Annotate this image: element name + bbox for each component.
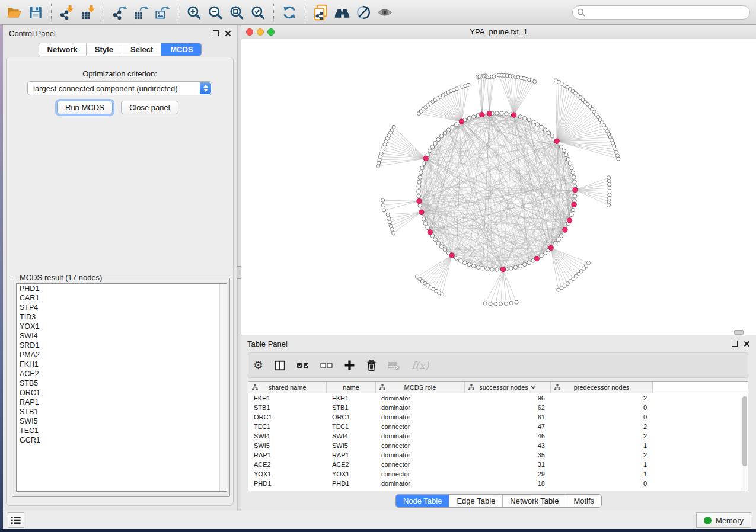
table-row[interactable]: SWI4SWI4dominator462 xyxy=(248,431,748,441)
mcds-result-item[interactable]: SWI5 xyxy=(17,416,227,426)
column-header-name[interactable]: name xyxy=(327,382,376,393)
table-cell[interactable]: PHD1 xyxy=(248,480,327,487)
table-cell[interactable]: 31 xyxy=(465,461,551,468)
table-cell[interactable]: dominator xyxy=(376,480,465,487)
close-panel-button[interactable]: Close panel xyxy=(121,101,178,114)
table-cell[interactable]: 46 xyxy=(465,432,551,440)
table-cell[interactable]: 1 xyxy=(551,461,653,468)
table-row[interactable]: PHD1PHD1dominator180 xyxy=(248,479,748,488)
table-cell[interactable]: YOX1 xyxy=(327,470,376,477)
table-cell[interactable]: connector xyxy=(376,461,465,468)
table-row[interactable]: ORC1ORC1dominator610 xyxy=(248,412,748,422)
add-column-icon[interactable] xyxy=(344,357,355,374)
show-graphics-details-icon[interactable] xyxy=(374,2,395,23)
table-row[interactable]: TEC1TEC1connector472 xyxy=(248,422,748,431)
zoom-out-icon[interactable] xyxy=(205,2,226,23)
run-mcds-button[interactable]: Run MCDS xyxy=(57,101,113,114)
table-scrollbar[interactable] xyxy=(741,394,747,490)
table-cell[interactable]: 43 xyxy=(465,442,551,449)
column-header-shared-name[interactable]: shared name xyxy=(248,382,327,393)
mcds-result-item[interactable]: ACE2 xyxy=(17,369,227,379)
mcds-result-item[interactable]: RAP1 xyxy=(17,398,227,407)
table-cell[interactable]: SWI4 xyxy=(327,432,376,440)
table-cell[interactable]: FKH1 xyxy=(327,395,376,402)
table-cell[interactable]: STB1 xyxy=(248,404,327,411)
select-all-icon[interactable] xyxy=(296,357,310,374)
table-row[interactable]: FKH1FKH1dominator962 xyxy=(248,393,748,403)
refresh-icon[interactable] xyxy=(279,2,300,23)
mcds-result-item[interactable]: SWI4 xyxy=(17,331,227,341)
table-cell[interactable]: 2 xyxy=(551,451,653,459)
zoom-selected-icon[interactable] xyxy=(247,2,269,23)
mcds-result-item[interactable]: CAR1 xyxy=(17,293,227,303)
search-input[interactable] xyxy=(572,5,750,20)
table-cell[interactable]: RAP1 xyxy=(248,451,327,459)
table-cell[interactable]: dominator xyxy=(376,451,465,459)
mcds-result-item[interactable]: GCR1 xyxy=(17,435,227,445)
export-image-icon[interactable] xyxy=(152,2,173,23)
share-document-icon[interactable] xyxy=(310,2,331,23)
table-scrollbar-thumb[interactable] xyxy=(742,396,747,466)
table-row[interactable]: YOX1YOX1connector291 xyxy=(248,469,748,479)
mcds-result-item[interactable]: TEC1 xyxy=(17,426,227,435)
table-cell[interactable]: dominator xyxy=(376,395,465,402)
tab-node-table[interactable]: Node Table xyxy=(396,495,449,507)
table-cell[interactable]: SWI5 xyxy=(327,442,376,449)
zoom-in-icon[interactable] xyxy=(183,2,205,23)
mcds-result-list[interactable]: PHD1CAR1STP4TID3YOX1SWI4SRD1PMA2FKH1ACE2… xyxy=(16,283,227,492)
table-cell[interactable]: ACE2 xyxy=(327,461,376,468)
table-cell[interactable]: connector xyxy=(376,423,465,430)
table-cell[interactable]: connector xyxy=(376,470,465,477)
deselect-all-icon[interactable] xyxy=(320,357,333,374)
mcds-result-item[interactable]: STB1 xyxy=(17,407,227,416)
mcds-result-item[interactable]: ORC1 xyxy=(17,388,227,398)
export-table-icon[interactable] xyxy=(130,2,152,23)
zoom-fit-icon[interactable] xyxy=(226,2,247,23)
table-cell[interactable]: RAP1 xyxy=(327,451,376,459)
export-network-icon[interactable] xyxy=(109,2,130,23)
table-cell[interactable]: 2 xyxy=(551,432,653,440)
table-cell[interactable]: SWI5 xyxy=(248,442,327,449)
mcds-result-item[interactable]: TID3 xyxy=(17,312,227,322)
table-cell[interactable]: PHD1 xyxy=(327,480,376,487)
tab-network-table[interactable]: Network Table xyxy=(502,495,566,507)
tab-style[interactable]: Style xyxy=(86,43,122,56)
table-cell[interactable]: 62 xyxy=(465,404,551,411)
tab-mcds[interactable]: MCDS xyxy=(161,43,201,56)
table-cell[interactable]: 1 xyxy=(551,470,653,477)
column-header-successor-nodes[interactable]: successor nodes xyxy=(465,382,551,393)
splitter-grip-horizontal[interactable] xyxy=(734,330,744,335)
table-cell[interactable]: TEC1 xyxy=(248,423,327,430)
mcds-result-item[interactable]: STB5 xyxy=(17,379,227,388)
table-cell[interactable]: 61 xyxy=(465,414,551,421)
table-cell[interactable]: 1 xyxy=(551,442,653,449)
mcds-list-scrollbar[interactable] xyxy=(219,284,227,491)
table-cell[interactable]: dominator xyxy=(376,414,465,421)
table-cell[interactable]: dominator xyxy=(376,404,465,411)
criterion-dropdown[interactable]: largest connected component (undirected) xyxy=(27,81,212,95)
table-cell[interactable]: 0 xyxy=(551,404,653,411)
close-panel-icon[interactable] xyxy=(744,341,750,347)
table-cell[interactable]: 18 xyxy=(465,480,551,487)
search-binoculars-icon[interactable] xyxy=(331,2,353,23)
close-panel-icon[interactable] xyxy=(225,30,231,37)
table-cell[interactable]: 96 xyxy=(465,395,551,402)
delete-column-icon[interactable] xyxy=(366,357,377,374)
table-cell[interactable]: ORC1 xyxy=(248,414,327,421)
table-row[interactable]: SWI5SWI5connector431 xyxy=(248,441,748,450)
table-cell[interactable]: SWI4 xyxy=(248,432,327,440)
mcds-result-item[interactable]: PHD1 xyxy=(17,284,227,293)
table-cell[interactable]: 0 xyxy=(551,414,653,421)
table-cell[interactable]: dominator xyxy=(376,432,465,440)
float-panel-icon[interactable] xyxy=(213,30,219,36)
tab-motifs[interactable]: Motifs xyxy=(566,495,601,507)
table-row[interactable]: ACE2ACE2connector311 xyxy=(248,460,748,469)
import-table-icon[interactable] xyxy=(78,2,99,23)
table-settings-icon[interactable]: ⚙ xyxy=(253,357,263,374)
network-graph[interactable] xyxy=(241,39,756,335)
table-cell[interactable]: 47 xyxy=(465,423,551,430)
table-cell[interactable]: 35 xyxy=(465,451,551,459)
mcds-result-item[interactable]: YOX1 xyxy=(17,322,227,331)
task-history-button[interactable] xyxy=(8,512,24,528)
save-session-icon[interactable] xyxy=(25,2,46,23)
